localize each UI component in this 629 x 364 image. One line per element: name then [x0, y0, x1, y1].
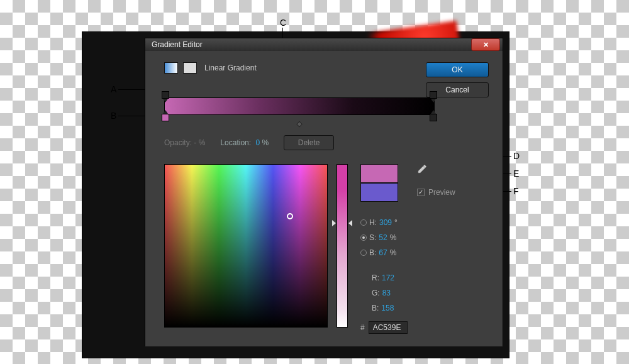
gradient-ramp[interactable] — [164, 91, 435, 121]
new-color-swatch — [360, 164, 398, 183]
opacity-label: Opacity: — [164, 138, 192, 147]
titlebar: Gradient Editor ✕ — [145, 38, 503, 51]
annotation-E: E — [513, 168, 519, 179]
gradient-editor-dialog: Gradient Editor ✕ Linear Gradient OK Can… — [145, 38, 503, 346]
annotation-F: F — [513, 186, 519, 196]
close-button[interactable]: ✕ — [471, 38, 500, 51]
delete-button[interactable]: Delete — [284, 135, 334, 150]
hue-cursor-left[interactable] — [332, 220, 336, 226]
g-value[interactable]: 83 — [382, 289, 391, 297]
ok-button[interactable]: OK — [426, 62, 489, 77]
r-value[interactable]: 172 — [382, 273, 394, 282]
hex-prefix: # — [360, 323, 365, 332]
annotation-D: D — [513, 151, 520, 161]
old-color-swatch — [360, 183, 398, 202]
opacity-stop-right[interactable] — [430, 91, 437, 99]
location-label: Location: — [220, 138, 251, 147]
eyedropper-icon[interactable] — [417, 164, 427, 174]
hue-cursor-right[interactable] — [348, 220, 352, 226]
opacity-stop-left[interactable] — [162, 91, 169, 99]
color-stop-left[interactable] — [162, 114, 169, 121]
b-value[interactable]: 67 — [379, 248, 387, 257]
close-icon: ✕ — [483, 41, 489, 49]
preview-label: Preview — [428, 188, 455, 197]
preview-checkbox[interactable]: ✓ — [417, 189, 425, 196]
opacity-value: - % — [194, 138, 205, 147]
radio-s[interactable] — [360, 234, 367, 241]
annotation-B: B — [111, 111, 116, 121]
gradient-bar[interactable] — [164, 97, 435, 115]
s-value[interactable]: 52 — [379, 233, 387, 242]
color-cursor[interactable] — [287, 213, 293, 219]
gradient-type-swatch-1[interactable] — [164, 62, 178, 74]
gradient-type-label: Linear Gradient — [204, 63, 257, 72]
midpoint-handle[interactable] — [296, 121, 303, 128]
annotation-C: C — [280, 18, 286, 28]
h-value[interactable]: 309 — [379, 218, 392, 227]
hue-strip[interactable] — [337, 164, 348, 328]
color-stop-right[interactable] — [430, 114, 437, 121]
color-field[interactable] — [164, 164, 328, 328]
radio-b[interactable] — [360, 250, 367, 256]
dialog-title: Gradient Editor — [152, 40, 203, 49]
gradient-type-swatch-2[interactable] — [183, 62, 197, 74]
hex-input[interactable]: AC539E — [369, 321, 408, 334]
bval-value[interactable]: 158 — [381, 304, 394, 312]
radio-h[interactable] — [360, 219, 367, 226]
annotation-A: A — [111, 84, 116, 94]
location-value[interactable]: 0 — [255, 138, 260, 147]
